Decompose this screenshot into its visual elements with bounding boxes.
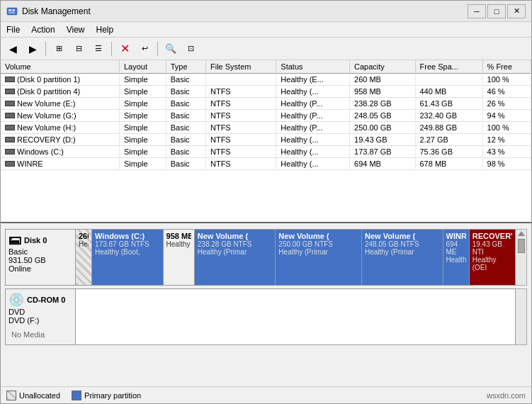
menu-action[interactable]: Action xyxy=(26,22,60,37)
toolbar-btn-2[interactable]: ⊟ xyxy=(69,40,88,57)
cell-capacity: 19.43 GB xyxy=(350,134,415,146)
disk-0-title: Disk 0 xyxy=(24,236,47,245)
cell-pct: 12 % xyxy=(482,134,531,146)
volume-table: Volume Layout Type File System Status Ca… xyxy=(1,60,531,170)
table-row[interactable]: (Disk 0 partition 4)SimpleBasicNTFSHealt… xyxy=(1,86,531,98)
partition-name-6: WINRI xyxy=(446,232,466,240)
cell-volume: New Volume (H:) xyxy=(1,122,119,134)
disk-0-partitions: 260 MHealtWindows (C:)173.87 GB NTFSHeal… xyxy=(76,229,516,286)
cell-type: Basic xyxy=(166,122,205,134)
cell-volume: RECOVERY (D:) xyxy=(1,134,119,146)
cell-free: 2.27 GB xyxy=(415,134,482,146)
svg-rect-1 xyxy=(9,9,11,11)
cell-volume: Windows (C:) xyxy=(1,146,119,158)
partition-3[interactable]: New Volume (238.28 GB NTFSHealthy (Prima… xyxy=(195,230,276,285)
partition-detail-7: Healthy (OEI xyxy=(472,256,512,271)
disk-icon xyxy=(5,77,15,82)
partition-detail-7: 19.43 GB NTI xyxy=(472,240,512,256)
cell-layout: Simple xyxy=(119,98,166,110)
col-filesystem: File System xyxy=(205,60,276,74)
disk-0-row: 🖴 Disk 0 Basic 931.50 GB Online 260 MHea… xyxy=(5,229,527,286)
partition-detail-3: Healthy (Primar xyxy=(198,248,273,256)
close-button[interactable]: ✕ xyxy=(507,4,526,18)
menu-file[interactable]: File xyxy=(1,22,26,37)
cell-free xyxy=(415,74,482,86)
partition-2[interactable]: 958 MBHealthy xyxy=(164,230,195,285)
table-row[interactable]: Windows (C:)SimpleBasicNTFSHealthy (...1… xyxy=(1,146,531,158)
maximize-button[interactable]: □ xyxy=(487,4,506,18)
forward-button[interactable]: ▶ xyxy=(23,40,42,57)
cell-volume: (Disk 0 partition 1) xyxy=(1,74,119,86)
disk-map-section: 🖴 Disk 0 Basic 931.50 GB Online 260 MHea… xyxy=(1,223,531,386)
status-website: wsxdn.com xyxy=(487,391,526,400)
partition-6[interactable]: WINRI694 MEHealth xyxy=(443,230,470,285)
table-row[interactable]: New Volume (H:)SimpleBasicNTFSHealthy (P… xyxy=(1,122,531,134)
disk-icon xyxy=(5,125,15,130)
toolbar-btn-1[interactable]: ⊞ xyxy=(50,40,68,57)
col-capacity: Capacity xyxy=(350,60,415,74)
cell-pct: 26 % xyxy=(482,98,531,110)
col-status: Status xyxy=(276,60,350,74)
table-row[interactable]: New Volume (G:)SimpleBasicNTFSHealthy (P… xyxy=(1,110,531,122)
partition-detail-4: 250.00 GB NTFS xyxy=(278,240,358,248)
partition-name-0: 260 M xyxy=(79,232,89,240)
cell-layout: Simple xyxy=(119,122,166,134)
cdrom-0-label: 💿 CD-ROM 0 DVD DVD (F:) No Media xyxy=(5,288,76,345)
cdrom-0-icon: 💿 xyxy=(9,292,24,308)
partition-detail-5: Healthy (Primar xyxy=(365,248,440,256)
partition-4[interactable]: New Volume (250.00 GB NTFSHealthy (Prima… xyxy=(276,230,362,285)
toolbar-btn-refresh[interactable]: ↩ xyxy=(135,40,154,57)
minimize-button[interactable]: ─ xyxy=(468,4,486,18)
cell-type: Basic xyxy=(166,86,205,98)
cell-layout: Simple xyxy=(119,134,166,146)
cell-layout: Simple xyxy=(119,74,166,86)
partition-name-1: Windows (C:) xyxy=(95,232,160,240)
table-row[interactable]: (Disk 0 partition 1)SimpleBasicHealthy (… xyxy=(1,74,531,86)
table-row[interactable]: New Volume (E:)SimpleBasicNTFSHealthy (P… xyxy=(1,98,531,110)
table-row[interactable]: RECOVERY (D:)SimpleBasicNTFSHealthy (...… xyxy=(1,134,531,146)
cdrom-0-drive: DVD (F:) xyxy=(9,316,72,325)
back-button[interactable]: ◀ xyxy=(4,40,22,57)
content-area: Volume Layout Type File System Status Ca… xyxy=(1,60,531,386)
cell-free: 249.88 GB xyxy=(415,122,482,134)
cell-layout: Simple xyxy=(119,158,166,170)
partition-0[interactable]: 260 MHealt xyxy=(76,230,92,285)
cdrom-0-type: DVD xyxy=(9,308,72,316)
disk-0-scrollbar[interactable] xyxy=(516,229,527,286)
cell-fs: NTFS xyxy=(205,146,276,158)
cdrom-0-partitions xyxy=(76,288,516,345)
partition-1[interactable]: Windows (C:)173.87 GB NTFSHealthy (Boot, xyxy=(92,230,164,285)
cdrom-0-scrollbar[interactable] xyxy=(516,288,527,345)
disk-icon xyxy=(5,161,15,167)
toolbar-btn-search[interactable]: 🔍 xyxy=(162,40,180,57)
toolbar-btn-delete[interactable]: ✕ xyxy=(115,40,134,57)
cell-capacity: 173.87 GB xyxy=(350,146,415,158)
disk-icon xyxy=(5,113,15,118)
toolbar-btn-5[interactable]: ⊡ xyxy=(181,40,200,57)
cell-pct: 98 % xyxy=(482,158,531,170)
table-row[interactable]: WINRESimpleBasicNTFSHealthy (...694 MB67… xyxy=(1,158,531,170)
cell-free: 75.36 GB xyxy=(415,146,482,158)
scrollbar-thumb[interactable] xyxy=(518,239,525,253)
cell-fs: NTFS xyxy=(205,134,276,146)
volume-icon-wrap: Windows (C:) xyxy=(5,147,64,156)
disk-icon xyxy=(5,101,15,106)
disk-icon xyxy=(5,137,15,142)
menu-help[interactable]: Help xyxy=(91,22,120,37)
cell-status: Healthy (... xyxy=(276,158,350,170)
partition-7[interactable]: RECOVERY19.43 GB NTIHealthy (OEI xyxy=(470,230,515,285)
cell-status: Healthy (... xyxy=(276,134,350,146)
cdrom-0-name: 💿 CD-ROM 0 xyxy=(9,292,72,308)
window-controls: ─ □ ✕ xyxy=(468,4,526,18)
disk-0-label: 🖴 Disk 0 Basic 931.50 GB Online xyxy=(5,229,76,286)
cell-pct: 100 % xyxy=(482,74,531,86)
disk-icon xyxy=(5,89,15,94)
toolbar-btn-3[interactable]: ☰ xyxy=(89,40,108,57)
volume-icon-wrap: (Disk 0 partition 1) xyxy=(5,75,80,84)
partition-5[interactable]: New Volume (248.05 GB NTFSHealthy (Prima… xyxy=(362,230,443,285)
cell-free: 678 MB xyxy=(415,158,482,170)
menu-view[interactable]: View xyxy=(61,22,91,37)
cell-pct: 46 % xyxy=(482,86,531,98)
partition-name-7: RECOVERY xyxy=(472,232,512,240)
scrollbar-up-arrow[interactable] xyxy=(518,231,525,236)
